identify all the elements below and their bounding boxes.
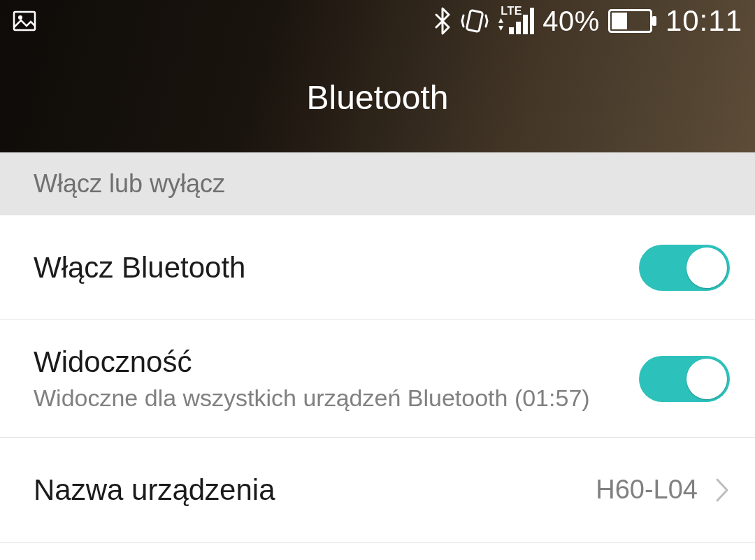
svg-rect-0 xyxy=(14,12,35,30)
row-enable-title: Włącz Bluetooth xyxy=(34,251,622,285)
row-visibility-title: Widoczność xyxy=(34,345,622,379)
status-bar[interactable]: LTE ▴▾ 40% 10:11 xyxy=(0,0,755,42)
row-enable-bluetooth[interactable]: Włącz Bluetooth xyxy=(0,215,755,320)
toggle-visibility[interactable] xyxy=(639,356,730,402)
section-header-toggle: Włącz lub wyłącz xyxy=(0,152,755,215)
svg-point-1 xyxy=(18,15,22,20)
svg-rect-8 xyxy=(652,16,656,26)
clock: 10:11 xyxy=(666,4,742,38)
toggle-knob xyxy=(686,247,727,288)
device-name-value: H60-L04 xyxy=(596,475,698,505)
status-left xyxy=(13,10,36,31)
row-visibility-subtitle: Widoczne dla wszystkich urządzeń Bluetoo… xyxy=(34,385,622,412)
svg-rect-3 xyxy=(509,27,514,34)
title-area: Bluetooth xyxy=(0,42,755,152)
svg-rect-5 xyxy=(523,15,528,34)
row-device-name[interactable]: Nazwa urządzenia H60-L04 xyxy=(0,438,755,543)
page-title: Bluetooth xyxy=(307,78,449,117)
svg-rect-2 xyxy=(467,10,483,31)
vibrate-icon xyxy=(460,7,489,35)
cellular-signal-icon: LTE ▴▾ xyxy=(498,6,534,36)
battery-icon xyxy=(608,9,657,33)
row-device-name-title: Nazwa urządzenia xyxy=(34,473,579,507)
bluetooth-icon xyxy=(433,7,452,35)
battery-percent: 40% xyxy=(542,6,600,37)
toggle-knob xyxy=(686,359,727,399)
row-visibility[interactable]: Widoczność Widoczne dla wszystkich urząd… xyxy=(0,320,755,438)
gallery-icon xyxy=(13,10,36,31)
toggle-enable-bluetooth[interactable] xyxy=(639,245,730,291)
status-right: LTE ▴▾ 40% 10:11 xyxy=(433,4,742,38)
svg-rect-6 xyxy=(530,8,534,34)
chevron-right-icon xyxy=(714,477,730,503)
app-header: LTE ▴▾ 40% 10:11 Bluetooth xyxy=(0,0,755,152)
svg-rect-4 xyxy=(516,22,521,34)
svg-rect-9 xyxy=(612,13,627,29)
